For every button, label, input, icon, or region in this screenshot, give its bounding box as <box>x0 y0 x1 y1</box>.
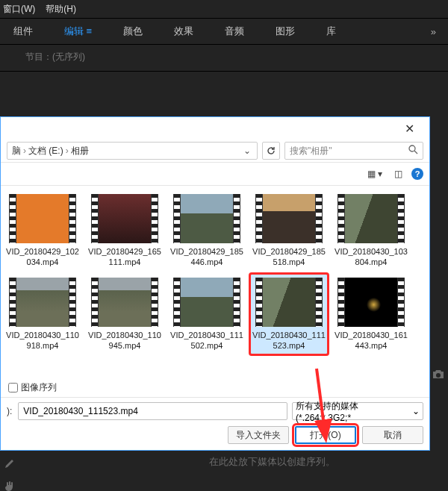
menu-help[interactable]: 帮助(H) <box>46 3 76 16</box>
open-button[interactable]: 打开(O) <box>295 426 356 444</box>
chevron-right-icon: › <box>21 146 28 156</box>
svg-point-0 <box>436 373 441 378</box>
image-sequence-label: 图像序列 <box>21 381 57 394</box>
camera-icon <box>432 369 445 382</box>
dialog-footer: ): 所有支持的媒体 (*.264;*.3G2;* ⌄ 导入文件夹 打开(O) … <box>1 397 429 450</box>
view-mode-button[interactable]: ▦ ▾ <box>364 167 385 181</box>
filmstrip-icon <box>255 278 263 327</box>
video-thumbnail <box>337 278 405 327</box>
brush-icon[interactable] <box>3 457 16 472</box>
breadcrumb-item[interactable]: 脑 <box>12 145 21 157</box>
file-label: VID_20180429_165111.mp4 <box>88 246 161 267</box>
search-box[interactable] <box>284 142 423 160</box>
file-label: VID_20180429_185518.mp4 <box>252 246 326 267</box>
import-folder-button[interactable]: 导入文件夹 <box>228 426 289 444</box>
filmstrip-icon <box>397 194 405 243</box>
file-label: VID_20180430_111523.mp4 <box>252 330 326 351</box>
tab-graphic[interactable]: 图形 <box>276 25 295 38</box>
cancel-button[interactable]: 取消 <box>362 426 423 444</box>
filmstrip-icon <box>91 278 99 327</box>
video-thumbnail <box>91 194 158 243</box>
file-item[interactable]: VID_20180429_185518.mp4 <box>250 190 328 271</box>
breadcrumb-item[interactable]: 文档 (E:) <box>28 145 63 157</box>
file-item[interactable]: VID_20180430_103804.mp4 <box>332 190 410 271</box>
hand-icon[interactable] <box>3 480 16 491</box>
filmstrip-icon <box>9 278 16 327</box>
search-input[interactable] <box>290 146 408 156</box>
filmstrip-icon <box>315 194 323 243</box>
filename-label: ): <box>7 406 13 416</box>
address-bar-row: 脑 › 文档 (E:) › 相册 ⌄ <box>1 140 429 162</box>
file-label: VID_20180430_111502.mp4 <box>170 330 243 351</box>
tab-component[interactable]: 组件 <box>13 25 33 38</box>
close-icon[interactable]: ✕ <box>397 120 422 137</box>
tab-library[interactable]: 库 <box>326 25 336 38</box>
filmstrip-icon <box>91 194 99 243</box>
file-item[interactable]: VID_20180429_185446.mp4 <box>168 190 246 271</box>
filmstrip-icon <box>397 278 405 327</box>
file-list: VID_20180429_102034.mp4VID_20180429_1651… <box>1 186 429 378</box>
tab-audio[interactable]: 音频 <box>225 25 244 38</box>
help-icon[interactable]: ? <box>411 168 423 180</box>
filmstrip-icon <box>337 278 345 327</box>
svg-line-2 <box>414 151 417 154</box>
filmstrip-icon <box>315 278 323 327</box>
view-toolbar: ▦ ▾ ◫ ? <box>1 162 429 186</box>
file-item[interactable]: VID_20180430_110918.mp4 <box>4 274 81 354</box>
tab-effect[interactable]: 效果 <box>174 25 193 38</box>
file-label: VID_20180429_185446.mp4 <box>170 246 243 267</box>
filename-input[interactable] <box>18 402 287 420</box>
tab-color[interactable]: 颜色 <box>123 25 143 38</box>
filmstrip-icon <box>233 194 240 243</box>
filmstrip-icon <box>173 278 181 327</box>
video-thumbnail <box>173 278 240 327</box>
filmstrip-icon <box>9 194 16 243</box>
app-menubar: 窗口(W) 帮助(H) <box>0 0 448 18</box>
dialog-titlebar: ✕ <box>1 117 429 140</box>
filmstrip-icon <box>173 194 181 243</box>
filmstrip-icon <box>233 278 240 327</box>
breadcrumb[interactable]: 脑 › 文档 (E:) › 相册 ⌄ <box>7 142 258 160</box>
file-item[interactable]: VID_20180429_102034.mp4 <box>4 190 81 271</box>
chevron-down-icon: ⌄ <box>412 406 420 416</box>
file-type-filter[interactable]: 所有支持的媒体 (*.264;*.3G2;* ⌄ <box>292 402 423 420</box>
video-thumbnail <box>255 194 323 243</box>
menu-window[interactable]: 窗口(W) <box>3 3 35 16</box>
video-thumbnail <box>337 194 405 243</box>
tabs-overflow-icon[interactable]: » <box>431 26 436 37</box>
file-item[interactable]: VID_20180430_161443.mp4 <box>332 274 410 354</box>
file-item[interactable]: VID_20180430_110945.mp4 <box>86 274 164 354</box>
file-label: VID_20180430_110918.mp4 <box>6 330 79 351</box>
file-item[interactable]: VID_20180429_165111.mp4 <box>86 190 164 271</box>
file-label: VID_20180430_110945.mp4 <box>88 330 161 351</box>
video-thumbnail <box>173 194 240 243</box>
drop-media-hint: 在此处放下媒体以创建序列。 <box>209 455 335 469</box>
program-monitor-label: 节目：(无序列) <box>0 45 448 63</box>
chevron-down-icon[interactable]: ⌄ <box>242 146 252 156</box>
svg-point-1 <box>409 146 415 151</box>
import-options: 图像序列 <box>1 378 429 397</box>
filmstrip-icon <box>151 278 158 327</box>
image-sequence-checkbox[interactable] <box>8 383 18 393</box>
chevron-right-icon: › <box>63 146 71 156</box>
file-label: VID_20180430_103804.mp4 <box>335 246 408 267</box>
file-type-filter-label: 所有支持的媒体 (*.264;*.3G2;* <box>296 400 412 423</box>
breadcrumb-item[interactable]: 相册 <box>71 145 89 157</box>
search-icon[interactable] <box>408 145 418 157</box>
file-label: VID_20180430_161443.mp4 <box>335 330 408 351</box>
video-thumbnail <box>9 194 76 243</box>
filmstrip-icon <box>69 278 76 327</box>
file-open-dialog: ✕ 脑 › 文档 (E:) › 相册 ⌄ ▦ ▾ ◫ ? VID_2018042… <box>0 116 430 451</box>
video-thumbnail <box>91 278 158 327</box>
filmstrip-icon <box>337 194 345 243</box>
filmstrip-icon <box>69 194 76 243</box>
file-item[interactable]: VID_20180430_111523.mp4 <box>250 274 328 354</box>
refresh-button[interactable] <box>262 142 280 160</box>
filmstrip-icon <box>151 194 158 243</box>
file-label: VID_20180429_102034.mp4 <box>6 246 79 267</box>
preview-pane-button[interactable]: ◫ <box>391 167 405 181</box>
tab-edit[interactable]: 编辑 <box>64 25 92 38</box>
file-item[interactable]: VID_20180430_111502.mp4 <box>168 274 246 354</box>
video-thumbnail <box>255 278 323 327</box>
workspace-tabs: 组件 编辑 颜色 效果 音频 图形 库 » <box>0 18 448 45</box>
